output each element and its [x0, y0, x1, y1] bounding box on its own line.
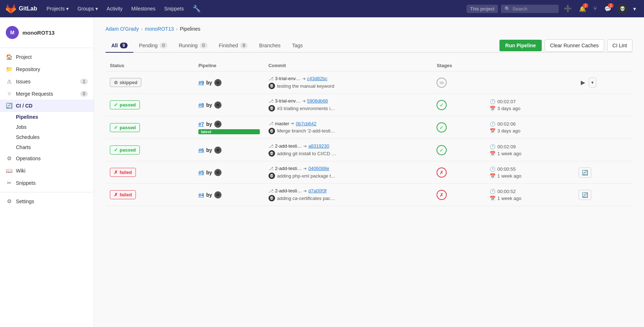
- ci-cd-icon: 🔄: [6, 103, 12, 109]
- commit-cell: ⎇ master ➜ 0b7cb642 💀 Merge branch '2-ad…: [264, 116, 433, 139]
- pipeline-id-link[interactable]: #8: [198, 102, 204, 108]
- play-button[interactable]: ▶: [579, 78, 587, 87]
- user-dropdown-button[interactable]: ▾: [631, 3, 638, 14]
- sidebar-item-schedules[interactable]: Schedules: [16, 132, 94, 142]
- clock-icon: 🕐: [490, 99, 495, 104]
- commit-author-avatar: 💀: [269, 105, 275, 112]
- sidebar-item-jobs[interactable]: Jobs: [16, 122, 94, 132]
- tab-pending[interactable]: Pending 0: [133, 39, 173, 53]
- status-label: failed: [120, 170, 132, 175]
- pipeline-id-link[interactable]: #9: [198, 80, 204, 86]
- pipeline-dropdown-button[interactable]: ▾: [589, 78, 596, 87]
- sidebar-divider-2: [0, 192, 94, 192]
- sidebar-item-project[interactable]: 🏠 Project: [0, 51, 94, 63]
- sidebar-item-repository[interactable]: 📁 Repository: [0, 63, 94, 75]
- commit-cell: ⎇ 2-add-testi… ➜ a8319230 💀 adding git i…: [264, 139, 433, 161]
- commit-info: ⎇ 2-add-testi… ➜ a8319230 💀 adding git i…: [269, 143, 428, 157]
- tab-finished[interactable]: Finished 8: [213, 39, 254, 53]
- pipeline-id-link[interactable]: #7: [198, 121, 204, 127]
- tab-all-count: 9: [120, 43, 128, 48]
- ci-lint-button[interactable]: CI Lint: [607, 39, 632, 52]
- search-scope[interactable]: This project: [467, 5, 498, 13]
- sidebar-item-operations[interactable]: ⚙ Operations: [0, 152, 94, 165]
- pipeline-id-link[interactable]: #6: [198, 147, 204, 153]
- commit-arrow: ➜: [302, 76, 306, 81]
- merge-requests-nav-button[interactable]: ⑂: [591, 3, 599, 14]
- commit-hash-link[interactable]: 0b7cb642: [296, 121, 316, 126]
- sidebar-user: M monoROT13: [0, 23, 94, 45]
- commit-hash-link[interactable]: 0406088e: [308, 166, 329, 171]
- tab-running[interactable]: Running 0: [173, 39, 213, 53]
- gitlab-wordmark: GitLab: [19, 5, 37, 12]
- pipeline-author-avatar: ✱: [214, 169, 222, 176]
- pipeline-number: #8 by ✱: [198, 101, 260, 109]
- branch-name: 2-add-testi…: [275, 188, 302, 193]
- sidebar-item-charts[interactable]: Charts: [16, 142, 94, 152]
- retry-button[interactable]: 🔄: [579, 190, 591, 200]
- retry-button[interactable]: 🔄: [579, 167, 591, 178]
- plus-button[interactable]: ➕: [562, 3, 574, 15]
- tabs-actions: Run Pipeline Clear Runner Caches CI Lint: [499, 39, 632, 52]
- pipeline-number: #4 by ✱: [198, 191, 260, 199]
- commit-hash-link[interactable]: a8319230: [308, 143, 329, 149]
- sidebar-item-merge-requests[interactable]: ⑂ Merge Requests 0: [0, 88, 94, 100]
- commit-hash-link[interactable]: d7a00f3f: [308, 188, 327, 193]
- pipeline-info: #6 by ✱: [198, 147, 260, 154]
- tab-finished-label: Finished: [219, 43, 238, 48]
- sidebar-item-ci-cd[interactable]: 🔄 CI / CD: [0, 100, 94, 112]
- pipeline-id-link[interactable]: #4: [198, 192, 204, 198]
- tabs-list: All 9 Pending 0 Running 0 Finished 8 Bra…: [106, 39, 499, 52]
- calendar-icon: 📅: [490, 106, 495, 111]
- sidebar-item-snippets[interactable]: ✂ Snippets: [0, 177, 94, 189]
- clear-runner-caches-button[interactable]: Clear Runner Caches: [545, 39, 604, 52]
- commit-branch-row: ⎇ 3-trial-env… ➜ c43d82bc: [269, 76, 428, 81]
- nav-groups[interactable]: Groups ▾: [74, 4, 102, 14]
- timing-cell: 🕐 00:00:55 📅 1 week ago: [485, 161, 574, 184]
- pipeline-by: by: [206, 192, 212, 198]
- breadcrumb-user[interactable]: Adam O'Grady: [106, 26, 139, 32]
- commit-author-avatar: 💀: [269, 150, 275, 157]
- tab-branches[interactable]: Branches: [253, 39, 286, 53]
- nav-activity[interactable]: Activity: [103, 4, 126, 14]
- user-avatar-button[interactable]: 💀: [617, 3, 628, 14]
- pipeline-id-link[interactable]: #5: [198, 170, 204, 175]
- pipeline-cell: #8 by ✱: [194, 94, 264, 116]
- timing-date: 3 days ago: [497, 128, 520, 134]
- commit-hash-link[interactable]: c43d82bc: [307, 76, 327, 81]
- nav-milestones[interactable]: Milestones: [128, 4, 159, 14]
- sidebar-item-issues[interactable]: ⚠ Issues 1: [0, 75, 94, 88]
- commit-arrow: ➜: [303, 188, 307, 193]
- actions-cell: [574, 94, 632, 116]
- sidebar-item-wiki[interactable]: 📖 Wiki: [0, 165, 94, 177]
- commit-message-row: 💀 #3 trialling environments i…: [269, 105, 428, 112]
- sidebar-item-settings[interactable]: ⚙ Settings: [0, 195, 94, 208]
- pipeline-by: by: [206, 102, 212, 108]
- nav-snippets[interactable]: Snippets: [160, 4, 187, 14]
- sidebar-username: monoROT13: [22, 30, 55, 36]
- gitlab-logo[interactable]: GitLab: [6, 4, 37, 14]
- commit-info: ⎇ 3-trial-env… ➜ 5908db68 💀 #3 trialling…: [269, 98, 428, 112]
- tab-all[interactable]: All 9: [106, 39, 133, 53]
- status-icon: ✓: [114, 102, 118, 108]
- timing-duration: 00:02:09: [497, 144, 516, 149]
- row-actions: ▶ ▾: [579, 78, 628, 87]
- nav-wrench[interactable]: 🔧: [189, 3, 204, 15]
- status-icon: ⊘: [114, 80, 118, 85]
- commit-branch-row: ⎇ 2-add-testi… ➜ a8319230: [269, 143, 428, 149]
- status-label: passed: [120, 125, 136, 130]
- search-box[interactable]: 🔍 Search: [501, 5, 559, 13]
- commit-hash-link[interactable]: 5908db68: [307, 98, 328, 104]
- notifications-button[interactable]: 🔔 2: [577, 3, 588, 14]
- commit-message-row: 💀 adding php-xml package t…: [269, 173, 428, 179]
- pipeline-by: by: [206, 121, 212, 127]
- commit-message: adding php-xml package t…: [277, 173, 336, 179]
- nav-projects[interactable]: Projects ▾: [43, 4, 72, 14]
- branch-icon: ⎇: [269, 144, 274, 149]
- breadcrumb-project[interactable]: monoROT13: [145, 26, 174, 32]
- sidebar-item-label: Settings: [16, 199, 34, 204]
- run-pipeline-button[interactable]: Run Pipeline: [499, 40, 542, 51]
- sidebar-item-pipelines[interactable]: Pipelines: [16, 112, 94, 122]
- messages-button[interactable]: 💬 2: [602, 3, 614, 14]
- timing-duration: 00:02:06: [497, 121, 516, 127]
- tab-tags[interactable]: Tags: [286, 39, 309, 53]
